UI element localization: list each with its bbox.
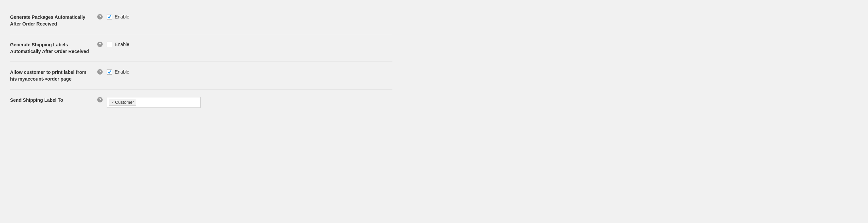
help-allow-customer-print[interactable]: ? — [97, 68, 103, 75]
help-send-shipping-label[interactable]: ? — [97, 96, 103, 103]
control-generate-packages: Enable — [107, 13, 129, 20]
enable-label-generate-shipping-labels: Enable — [115, 41, 129, 47]
help-icon-allow-customer-print[interactable]: ? — [97, 69, 103, 75]
setting-row-generate-shipping-labels: Generate Shipping Labels Automatically A… — [10, 34, 393, 62]
tag-select-send-shipping-label[interactable]: × Customer — [107, 97, 200, 108]
setting-label-generate-packages: Generate Packages Automatically After Or… — [10, 13, 97, 27]
control-generate-shipping-labels: Enable — [107, 41, 129, 47]
tag-remove-customer[interactable]: × — [111, 101, 114, 105]
checkbox-generate-shipping-labels[interactable] — [107, 41, 112, 47]
setting-label-generate-shipping-labels: Generate Shipping Labels Automatically A… — [10, 41, 97, 55]
setting-row-generate-packages: Generate Packages Automatically After Or… — [10, 7, 393, 34]
help-generate-shipping-labels[interactable]: ? — [97, 41, 103, 47]
control-send-shipping-label: × Customer — [107, 96, 200, 108]
settings-container: Generate Packages Automatically After Or… — [0, 0, 402, 121]
help-generate-packages[interactable]: ? — [97, 13, 103, 20]
setting-label-allow-customer-print: Allow customer to print label from his m… — [10, 68, 97, 82]
setting-label-send-shipping-label: Send Shipping Label To — [10, 96, 97, 104]
checkbox-generate-packages[interactable] — [107, 14, 112, 20]
enable-label-generate-packages: Enable — [115, 14, 129, 20]
help-icon-send-shipping-label[interactable]: ? — [97, 97, 103, 103]
setting-row-send-shipping-label: Send Shipping Label To ? × Customer — [10, 90, 393, 114]
tag-label-customer: Customer — [115, 100, 134, 105]
enable-label-allow-customer-print: Enable — [115, 69, 129, 75]
checkbox-allow-customer-print[interactable] — [107, 69, 112, 75]
setting-row-allow-customer-print: Allow customer to print label from his m… — [10, 62, 393, 89]
control-allow-customer-print: Enable — [107, 68, 129, 75]
tag-customer: × Customer — [109, 99, 136, 106]
help-icon-generate-packages[interactable]: ? — [97, 14, 103, 20]
help-icon-generate-shipping-labels[interactable]: ? — [97, 41, 103, 47]
